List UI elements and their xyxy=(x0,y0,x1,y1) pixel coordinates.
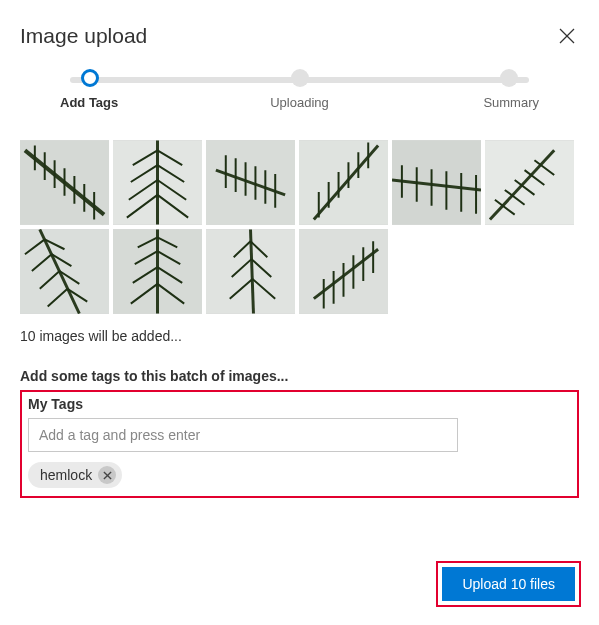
thumbnail[interactable] xyxy=(113,229,202,314)
dialog-header: Image upload xyxy=(20,24,579,51)
step-uploading: Uploading xyxy=(270,69,330,110)
upload-count-text: 10 images will be added... xyxy=(20,328,579,344)
thumbnail[interactable] xyxy=(392,140,481,225)
thumbnail[interactable] xyxy=(206,229,295,314)
tag-chips: hemlock xyxy=(28,462,571,488)
close-icon xyxy=(559,32,575,47)
thumbnail[interactable] xyxy=(299,140,388,225)
step-add-tags: Add Tags xyxy=(60,69,120,110)
step-label: Summary xyxy=(483,95,539,110)
thumbnail[interactable] xyxy=(299,229,388,314)
tag-chip[interactable]: hemlock xyxy=(28,462,122,488)
step-dot xyxy=(81,69,99,87)
upload-button[interactable]: Upload 10 files xyxy=(442,567,575,601)
svg-rect-8 xyxy=(20,229,109,313)
svg-rect-5 xyxy=(299,140,388,224)
step-label: Add Tags xyxy=(60,95,118,110)
tag-prompt-text: Add some tags to this batch of images... xyxy=(20,368,579,384)
step-summary: Summary xyxy=(479,69,539,110)
image-upload-dialog: Image upload Add Tags Uploading Summary xyxy=(0,0,599,524)
thumbnail[interactable] xyxy=(113,140,202,225)
step-label: Uploading xyxy=(270,95,329,110)
dialog-footer: Upload 10 files xyxy=(436,561,581,607)
thumbnail-grid xyxy=(20,140,579,314)
tag-input[interactable] xyxy=(28,418,458,452)
tag-chip-label: hemlock xyxy=(40,467,92,483)
step-dot xyxy=(291,69,309,87)
remove-tag-button[interactable] xyxy=(98,466,116,484)
close-icon xyxy=(103,468,112,483)
step-dot xyxy=(500,69,518,87)
close-button[interactable] xyxy=(555,24,579,51)
progress-stepper: Add Tags Uploading Summary xyxy=(60,69,539,110)
thumbnail[interactable] xyxy=(206,140,295,225)
my-tags-label: My Tags xyxy=(28,396,571,412)
thumbnail[interactable] xyxy=(485,140,574,225)
dialog-title: Image upload xyxy=(20,24,147,48)
thumbnail[interactable] xyxy=(20,229,109,314)
tags-section: My Tags hemlock xyxy=(20,390,579,498)
thumbnail[interactable] xyxy=(20,140,109,225)
upload-button-highlight: Upload 10 files xyxy=(436,561,581,607)
